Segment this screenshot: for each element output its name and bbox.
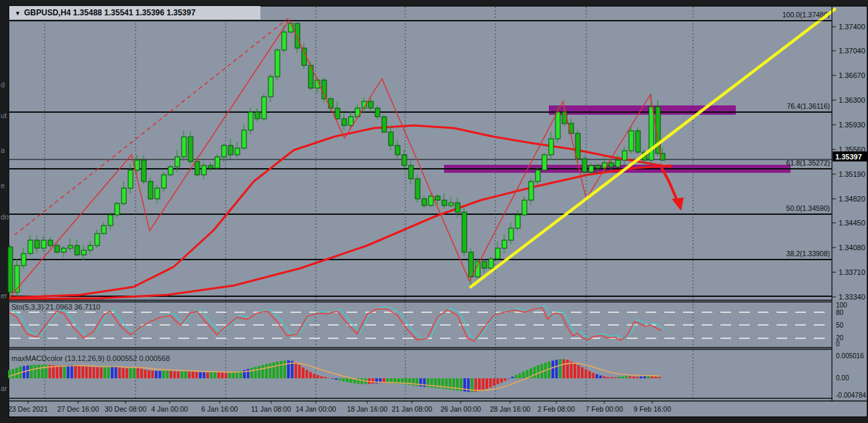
macd-bar [258,366,260,378]
symbol-dropdown-icon[interactable]: ▼ [15,10,21,17]
macd-bar [588,371,591,378]
macd-label: maxMACDcolor (13,12,26,9) 0.000552 0.000… [11,354,170,362]
fib-level-label: 38.2(1.33908) [787,250,830,258]
macd-bar [15,368,18,378]
candle [622,151,627,160]
macd-bar [522,372,525,378]
cutoff-text-fragment: er [1,292,7,300]
candle [415,179,420,199]
candle [475,262,480,277]
candle [262,97,266,119]
date-tick-label: 11 Jan 08:00 [251,405,291,413]
macd-bar [78,366,81,378]
candle [609,163,614,167]
date-tick-label: 30 Dec 08:00 [105,405,147,413]
candle [515,215,520,228]
macd-bar [107,367,110,378]
macd-bar [272,362,275,378]
candle [369,101,373,108]
macd-bar [276,362,279,378]
candle [389,132,393,145]
price-tick-label: 1.37400 [839,23,865,31]
macd-bar [298,365,301,378]
macd-bar [71,365,73,378]
macd-bar [511,377,514,378]
candle [616,160,620,167]
macd-bar [335,378,338,380]
mt4-chart-window[interactable]: 100.0(1.37480)76.4(1.36116)61.8(1.35272)… [0,0,868,423]
candle [222,145,226,157]
macd-bar [654,376,657,378]
candle [81,250,86,255]
chart-title-bar[interactable]: ▼ GBPUSD,H4 1.35488 1.35541 1.35396 1.35… [9,6,260,19]
macd-bar [155,371,158,378]
macd-bar [63,366,66,378]
candle [576,133,580,159]
macd-bar [34,365,37,378]
candle [302,48,306,65]
candle [228,145,233,155]
fib-level-label: 76.4(1.36116) [787,102,830,110]
macd-bar [622,376,624,378]
candle [101,226,106,234]
candle [502,240,507,248]
candle [242,130,246,148]
macd-bar [199,372,202,378]
screenshot-stage: 100.0(1.37480)76.4(1.36116)61.8(1.35272)… [0,0,868,423]
candle [115,203,120,215]
candle [395,145,400,155]
macd-bar [210,372,213,378]
cutoff-text-fragment: do [1,213,9,221]
macd-bar [614,377,617,378]
candle [295,23,300,48]
macd-bar [27,366,29,378]
candle [535,170,540,181]
macd-bar [144,370,147,378]
macd-bar [218,372,220,378]
macd-bar [519,374,521,378]
candle [95,234,99,246]
date-tick-label: 9 Feb 16:00 [634,405,671,413]
macd-bar [475,378,477,392]
macd-bar [625,376,628,378]
candle [41,240,46,248]
candle [275,50,280,77]
stoch-axis-label: 100 [836,302,847,309]
candle [469,252,473,277]
stoch-axis-label: 0 [836,340,840,348]
candle [195,161,200,175]
macd-bar [137,368,140,378]
macd-bar [89,367,91,378]
macd-bar [206,372,209,378]
price-tick-label: 1.33340 [839,293,865,301]
candle [455,203,460,212]
macd-bar [419,378,422,386]
candle [182,137,186,157]
candle [589,165,594,172]
candle [135,160,140,170]
fib-level-label: 61.8(1.35272) [787,159,830,167]
macd-axis-label: 0.005016 [836,352,864,360]
candle [282,32,286,50]
macd-bar [515,375,517,378]
macd-axis-label: 0.00 [836,374,849,382]
macd-bar [269,363,272,378]
macd-bar [504,378,507,381]
macd-bar [585,369,588,378]
candle [28,240,33,254]
macd-bar [497,378,499,384]
candle [88,246,93,250]
current-price-badge: 1.35397 [833,151,867,161]
macd-bar [118,368,121,378]
candle [342,119,347,125]
macd-bar [81,366,84,378]
macd-bar [644,376,646,378]
macd-bar [294,362,297,378]
candle [8,247,13,292]
candle [248,112,253,130]
macd-bar [618,377,620,378]
macd-bar [174,372,176,378]
candle [128,170,133,188]
candle [55,246,59,252]
macd-bar [603,376,606,378]
